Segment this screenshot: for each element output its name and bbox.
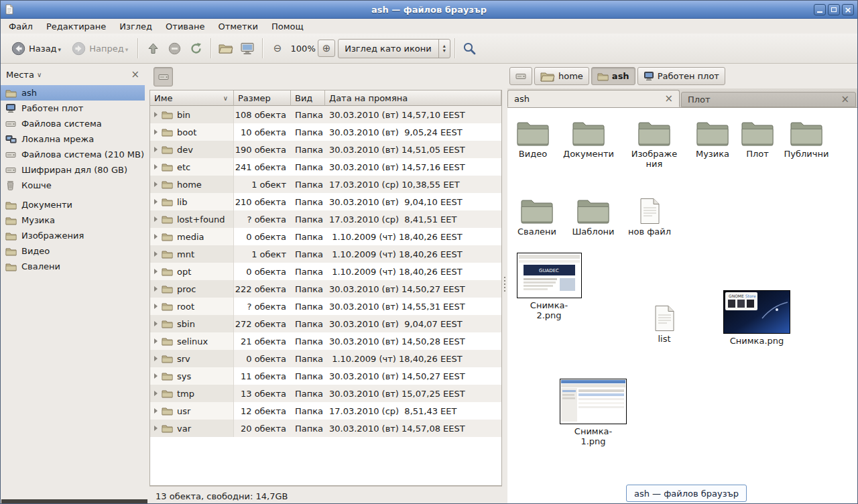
column-header[interactable]: Име [150, 90, 234, 106]
icon-view[interactable]: Видео Документи Изображения Музи [507, 108, 857, 504]
sidebar-item[interactable]: Файлова система [1, 116, 145, 131]
sidebar-item[interactable]: Кошче [1, 178, 145, 193]
menu-item[interactable]: Помощ [265, 20, 310, 33]
maximize-button[interactable] [828, 4, 840, 15]
expander-icon[interactable] [154, 129, 158, 135]
expander-icon[interactable] [154, 112, 158, 117]
sidebar-close-button[interactable] [131, 70, 139, 80]
file-row[interactable]: etc 241 обекта Папка 30.03.2010 (вт) 14,… [150, 158, 501, 176]
sidebar-item[interactable]: ash [1, 85, 145, 101]
zoom-in-button[interactable]: ⊕ [318, 40, 335, 57]
path-button[interactable]: Работен плот [637, 67, 725, 85]
file-row[interactable]: dev 190 обекта Папка 30.03.2010 (вт) 14,… [150, 141, 501, 158]
sidebar-view-select[interactable]: Места [6, 70, 42, 80]
icon-view-item[interactable]: GNOME Store Снимка.png [723, 290, 790, 346]
path-button[interactable]: home [534, 67, 589, 85]
menu-item[interactable]: Отиване [159, 20, 211, 33]
expander-icon[interactable] [154, 269, 158, 274]
up-button[interactable] [142, 38, 164, 59]
zoom-out-button[interactable]: ⊖ [267, 38, 288, 59]
sidebar-item[interactable]: Шифриран дял (80 GB) [1, 162, 145, 178]
menu-item[interactable]: Изглед [113, 20, 159, 33]
sidebar-item[interactable]: Локална мрежа [1, 131, 145, 147]
file-row[interactable]: media 0 обекта Папка 1.10.2009 (чт) 18,4… [150, 228, 501, 245]
menu-item[interactable]: Файл [2, 20, 40, 33]
menu-item[interactable]: Редактиране [40, 20, 113, 33]
tab[interactable]: ash [507, 90, 680, 107]
expander-icon[interactable] [154, 251, 158, 257]
view-mode-select[interactable]: Изглед като икони ▴▾ [338, 39, 450, 58]
sidebar-item[interactable]: Работен плот [1, 101, 145, 116]
icon-view-item[interactable]: нов файл [624, 194, 675, 237]
expander-icon[interactable] [154, 164, 158, 170]
tab-close-button[interactable] [841, 94, 849, 105]
file-row[interactable]: lib 210 обекта Папка 30.03.2010 (вт) 9,0… [150, 193, 501, 210]
expander-icon[interactable] [154, 391, 158, 396]
icon-view-item[interactable]: list [639, 301, 690, 344]
file-row[interactable]: proc 222 обекта Папка 30.03.2010 (вт) 14… [150, 280, 501, 298]
path-button[interactable]: ash [591, 67, 635, 85]
expander-icon[interactable] [154, 426, 158, 431]
sidebar-item[interactable]: Файлова система (210 MB) [1, 147, 145, 162]
home-button[interactable] [215, 38, 237, 59]
file-row[interactable]: selinux 21 обекта Папка 30.03.2010 (вт) … [150, 332, 501, 350]
sidebar-item[interactable]: Видео [1, 243, 145, 259]
expander-icon[interactable] [154, 373, 158, 379]
file-row[interactable]: opt 0 обекта Папка 1.10.2009 (чт) 18,40,… [150, 263, 501, 280]
path-button[interactable] [509, 67, 532, 85]
column-header[interactable]: Размер [234, 90, 291, 106]
sidebar-item[interactable]: Свалени [1, 259, 145, 274]
stop-button[interactable] [164, 38, 185, 59]
forward-button[interactable]: Напред [66, 38, 133, 59]
icon-view-item[interactable]: Свалени [511, 194, 562, 237]
icon-view-item[interactable]: Плот [732, 116, 783, 159]
expander-icon[interactable] [154, 286, 158, 292]
icon-view-item[interactable]: Публични [781, 116, 832, 159]
file-row[interactable]: sbin 272 обекта Папка 30.03.2010 (вт) 9,… [150, 315, 501, 332]
sidebar-item[interactable]: Музика [1, 212, 145, 228]
expander-icon[interactable] [154, 182, 158, 187]
expander-icon[interactable] [154, 216, 158, 222]
zoom-level[interactable]: 100% [288, 44, 318, 54]
expander-icon[interactable] [154, 147, 158, 152]
icon-view-item[interactable]: Снимка-1.png [560, 379, 627, 446]
expander-icon[interactable] [154, 234, 158, 239]
file-row[interactable]: tmp 13 обекта Папка 30.03.2010 (вт) 15,0… [150, 385, 501, 402]
file-row[interactable]: srv 0 обекта Папка 1.10.2009 (чт) 18,40,… [150, 350, 501, 367]
icon-view-item[interactable]: Музика [687, 116, 738, 159]
column-header[interactable]: Вид [291, 90, 325, 106]
expander-icon[interactable] [154, 199, 158, 204]
expander-icon[interactable] [154, 356, 158, 361]
file-row[interactable]: usr 12 обекта Папка 17.03.2010 (ср) 8,51… [150, 402, 501, 420]
file-row[interactable]: home 1 обект Папка 17.03.2010 (ср) 10,38… [150, 176, 501, 193]
icon-view-item[interactable]: Шаблони [568, 194, 619, 237]
icon-view-item[interactable]: Документи [563, 116, 614, 159]
file-row[interactable]: mnt 1 обект Папка 1.10.2009 (чт) 18,40,2… [150, 245, 501, 263]
back-button[interactable]: Назад [6, 38, 66, 59]
pane-splitter[interactable] [502, 64, 507, 504]
file-row[interactable]: sys 11 обекта Папка 30.03.2010 (вт) 14,5… [150, 367, 501, 385]
reload-button[interactable] [185, 38, 206, 59]
search-button[interactable] [459, 38, 481, 59]
file-row[interactable]: lost+found ? обекта Папка 17.03.2010 (ср… [150, 210, 501, 228]
tab[interactable]: Плот [681, 92, 856, 107]
expander-icon[interactable] [154, 321, 158, 326]
minimize-button[interactable] [814, 4, 826, 15]
expander-icon[interactable] [154, 338, 158, 344]
icon-view-item[interactable]: GUADEC Снимка-2.png [515, 253, 583, 320]
file-row[interactable]: var 20 обекта Папка 30.03.2010 (вт) 14,5… [150, 420, 501, 437]
icon-view-item[interactable]: Изображения [629, 116, 680, 169]
expander-icon[interactable] [154, 304, 158, 309]
file-row[interactable]: root ? обекта Папка 30.03.2010 (вт) 14,5… [150, 298, 501, 315]
close-button[interactable]: × [842, 4, 854, 15]
file-row[interactable]: boot 10 обекта Папка 30.03.2010 (вт) 9,0… [150, 123, 501, 141]
menu-item[interactable]: Отметки [211, 20, 264, 33]
sidebar-item[interactable]: Изображения [1, 228, 145, 243]
column-header[interactable]: Дата на промяна [325, 90, 501, 106]
pane-splitter[interactable] [145, 64, 149, 504]
path-button-root[interactable] [154, 67, 173, 86]
sidebar-item[interactable]: Документи [1, 197, 145, 212]
tab-close-button[interactable] [664, 94, 673, 104]
title-bar[interactable]: ash — файлов браузър × [1, 1, 857, 19]
expander-icon[interactable] [154, 408, 158, 414]
